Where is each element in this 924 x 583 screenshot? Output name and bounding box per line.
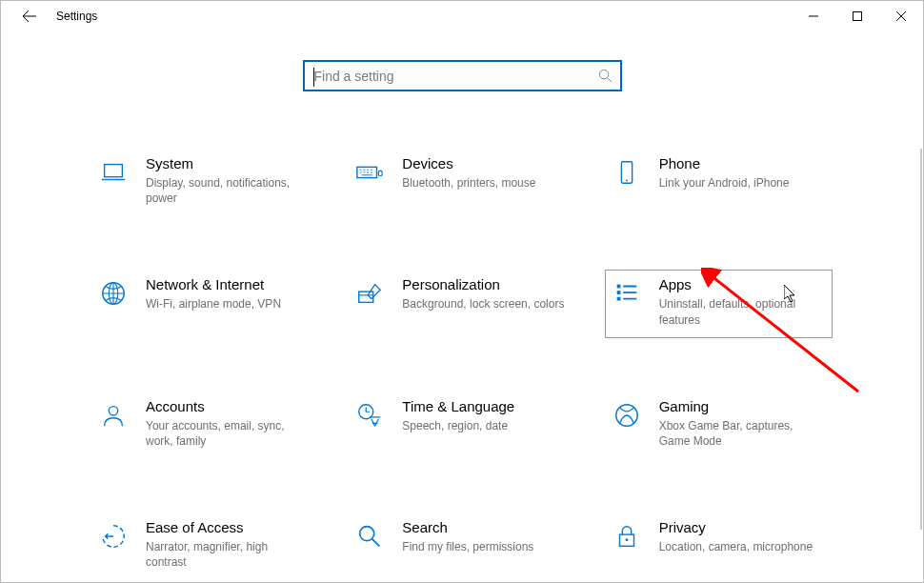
category-title: Gaming: [659, 398, 824, 414]
category-title: Privacy: [659, 519, 824, 535]
category-title: Ease of Access: [146, 519, 311, 535]
category-text: AccountsYour accounts, email, sync, work…: [146, 398, 311, 449]
svg-rect-10: [616, 285, 620, 289]
category-devices[interactable]: DevicesBluetooth, printers, mouse: [348, 149, 575, 216]
window-title: Settings: [56, 10, 97, 23]
category-desc: Uninstall, defaults, optional features: [659, 296, 824, 327]
category-gaming[interactable]: GamingXbox Game Bar, captures, Game Mode: [605, 392, 833, 459]
category-title: Devices: [402, 155, 567, 171]
svg-point-1: [599, 70, 608, 78]
paint-icon: [354, 278, 385, 309]
laptop-icon: [98, 157, 129, 188]
category-text: AppsUninstall, defaults, optional featur…: [659, 276, 824, 327]
category-desc: Your accounts, email, sync, work, family: [146, 418, 311, 449]
svg-point-6: [626, 180, 628, 182]
window-controls: [792, 1, 923, 31]
category-text: GamingXbox Game Bar, captures, Game Mode: [659, 398, 824, 449]
category-search[interactable]: SearchFind my files, permissions: [348, 513, 575, 580]
arrow-left-icon: [22, 9, 37, 24]
apps-icon: [612, 278, 642, 309]
scrollbar[interactable]: [920, 149, 922, 530]
category-personalization[interactable]: PersonalizationBackground, lock screen, …: [348, 270, 575, 337]
category-text: Time & LanguageSpeech, region, date: [402, 398, 567, 433]
category-title: Personalization: [402, 276, 567, 292]
back-button[interactable]: [10, 1, 49, 31]
maximize-icon: [853, 11, 862, 21]
category-title: Time & Language: [402, 398, 567, 414]
search-row: [1, 60, 923, 91]
category-desc: Narrator, magnifier, high contrast: [146, 539, 311, 570]
category-title: Apps: [659, 276, 824, 292]
category-desc: Background, lock screen, colors: [402, 296, 567, 312]
svg-rect-12: [616, 297, 620, 301]
category-title: System: [146, 155, 311, 171]
svg-rect-2: [105, 165, 123, 177]
category-title: Search: [402, 519, 567, 535]
minimize-icon: [809, 11, 818, 21]
category-text: SystemDisplay, sound, notifications, pow…: [146, 155, 311, 206]
close-icon: [896, 11, 906, 21]
svg-rect-4: [379, 171, 383, 176]
category-text: SearchFind my files, permissions: [402, 519, 567, 554]
ease-icon: [98, 521, 129, 552]
category-text: PersonalizationBackground, lock screen, …: [402, 276, 567, 312]
category-title: Phone: [659, 155, 824, 171]
svg-rect-9: [359, 292, 373, 303]
category-privacy[interactable]: PrivacyLocation, camera, microphone: [605, 513, 833, 580]
search-input[interactable]: [312, 68, 598, 85]
text-caret: [313, 68, 314, 87]
category-accounts[interactable]: AccountsYour accounts, email, sync, work…: [91, 392, 319, 459]
category-desc: Speech, region, date: [402, 418, 567, 433]
svg-rect-0: [854, 12, 862, 21]
category-desc: Wi-Fi, airplane mode, VPN: [146, 296, 311, 312]
minimize-button[interactable]: [792, 1, 835, 31]
category-desc: Display, sound, notifications, power: [146, 175, 311, 206]
globe-icon: [98, 278, 129, 309]
svg-rect-11: [616, 292, 620, 295]
category-time[interactable]: Time & LanguageSpeech, region, date: [348, 392, 575, 459]
svg-point-16: [360, 527, 374, 541]
category-desc: Xbox Game Bar, captures, Game Mode: [659, 418, 824, 449]
search-icon: [598, 69, 613, 83]
category-desc: Bluetooth, printers, mouse: [402, 175, 567, 191]
category-text: PrivacyLocation, camera, microphone: [659, 519, 824, 554]
search-box[interactable]: [303, 60, 622, 91]
category-text: Network & InternetWi-Fi, airplane mode, …: [146, 276, 311, 312]
category-desc: Link your Android, iPhone: [659, 175, 824, 191]
categories-grid: SystemDisplay, sound, notifications, pow…: [91, 149, 833, 583]
category-ease[interactable]: Ease of AccessNarrator, magnifier, high …: [91, 513, 319, 580]
category-desc: Find my files, permissions: [402, 539, 567, 554]
time-lang-icon: [354, 400, 385, 431]
category-apps[interactable]: AppsUninstall, defaults, optional featur…: [605, 270, 833, 337]
svg-point-18: [625, 538, 628, 541]
category-title: Network & Internet: [146, 276, 311, 292]
category-system[interactable]: SystemDisplay, sound, notifications, pow…: [91, 149, 319, 216]
category-text: DevicesBluetooth, printers, mouse: [402, 155, 567, 191]
titlebar: Settings: [1, 1, 923, 31]
category-text: PhoneLink your Android, iPhone: [659, 155, 824, 191]
category-desc: Location, camera, microphone: [659, 539, 824, 554]
category-title: Accounts: [146, 398, 311, 414]
search-cat-icon: [354, 521, 385, 552]
category-text: Ease of AccessNarrator, magnifier, high …: [146, 519, 311, 570]
maximize-button[interactable]: [835, 1, 879, 31]
keyboard-icon: [354, 157, 385, 188]
person-icon: [98, 400, 129, 431]
gaming-icon: [612, 400, 642, 431]
svg-point-13: [109, 406, 117, 414]
category-network[interactable]: Network & InternetWi-Fi, airplane mode, …: [91, 270, 319, 337]
category-phone[interactable]: PhoneLink your Android, iPhone: [605, 149, 833, 216]
close-button[interactable]: [879, 1, 923, 31]
phone-icon: [612, 157, 642, 188]
lock-icon: [612, 521, 642, 552]
